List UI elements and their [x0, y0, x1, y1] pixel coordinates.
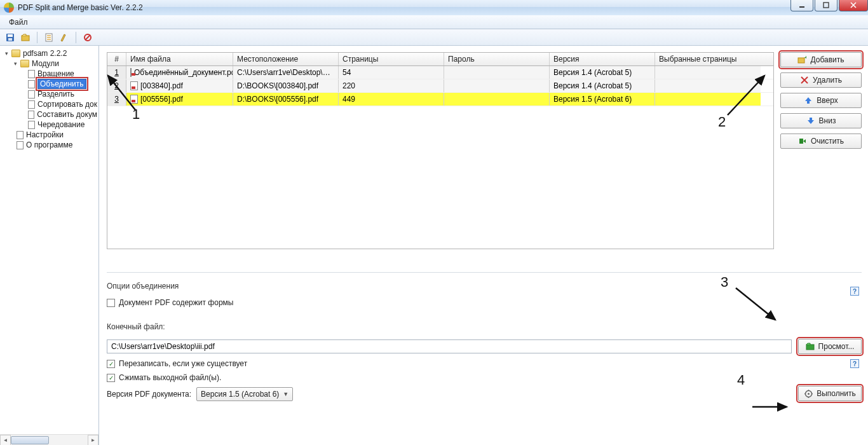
- tree-item-compose[interactable]: Составить докум: [1, 109, 97, 120]
- svg-rect-7: [22, 36, 29, 41]
- overwrite-label: Перезаписать, если уже существует: [119, 359, 247, 368]
- svg-line-13: [85, 35, 90, 40]
- col-num[interactable]: #: [107, 53, 126, 65]
- arrow-up-icon: [804, 96, 813, 105]
- sidebar-scrollbar[interactable]: ◄►: [0, 434, 98, 445]
- run-button[interactable]: Выполнить: [798, 386, 862, 401]
- clear-icon: [798, 137, 807, 146]
- down-button[interactable]: Вниз: [780, 113, 862, 128]
- module-tree[interactable]: ▾ pdfsam 2.2.2 ▾ Модули Вращение Объедин…: [0, 46, 98, 434]
- page-icon: [28, 80, 35, 88]
- col-password[interactable]: Пароль: [444, 53, 550, 65]
- load-icon[interactable]: [19, 31, 32, 44]
- up-button[interactable]: Вверх: [780, 93, 862, 108]
- exit-icon[interactable]: [81, 31, 94, 44]
- tree-item-rotate[interactable]: Вращение: [1, 69, 97, 79]
- overwrite-checkbox[interactable]: ✓: [107, 360, 115, 368]
- collapse-icon[interactable]: ▾: [11, 60, 19, 67]
- title-bar: PDF Split and Merge basic Ver. 2.2.2: [0, 0, 868, 15]
- tree-item-settings[interactable]: Настройки: [1, 130, 97, 140]
- tree-item-sort[interactable]: Сортировать док: [1, 99, 97, 109]
- arrow-down-icon: [806, 116, 815, 125]
- pdf-icon: [130, 68, 132, 77]
- tree-item-about[interactable]: О программе: [1, 140, 97, 150]
- tree-item-alternate[interactable]: Чередование: [1, 120, 97, 130]
- help-icon[interactable]: ?: [850, 287, 859, 296]
- clear-log-icon[interactable]: [58, 31, 71, 44]
- collapse-icon[interactable]: ▾: [3, 50, 10, 57]
- folder-icon: [11, 50, 20, 57]
- annotation-3: 3: [721, 274, 728, 291]
- compress-label: Сжимать выходной файл(ы).: [119, 373, 221, 382]
- toolbar-separator: [76, 32, 76, 43]
- svg-point-21: [808, 393, 810, 395]
- forms-checkbox[interactable]: [107, 299, 115, 307]
- tree-item-merge[interactable]: Объединить: [1, 79, 97, 89]
- svg-rect-1: [824, 3, 829, 8]
- svg-rect-6: [8, 38, 12, 41]
- folder-icon: [20, 60, 29, 67]
- add-icon: +: [797, 55, 806, 64]
- app-logo-icon: [4, 3, 14, 13]
- file-table[interactable]: # Имя файла Местоположение Страницы Паро…: [107, 52, 774, 249]
- close-button[interactable]: [839, 0, 868, 11]
- annotation-2: 2: [718, 114, 726, 130]
- help-icon[interactable]: ?: [850, 359, 859, 368]
- minimize-button[interactable]: [790, 0, 813, 11]
- page-icon: [28, 100, 35, 109]
- compress-checkbox[interactable]: ✓: [107, 374, 115, 382]
- svg-text:+: +: [804, 55, 806, 60]
- tree-item-split[interactable]: Разделить: [1, 89, 97, 99]
- table-row[interactable]: 2 [003840].pdf D:\BOOKS\[003840].pdf 220…: [107, 79, 773, 93]
- page-icon: [28, 70, 35, 78]
- remove-button[interactable]: Удалить: [780, 72, 862, 88]
- remove-icon: [800, 76, 809, 85]
- tree-root[interactable]: ▾ pdfsam 2.2.2: [1, 48, 97, 58]
- page-icon: [28, 90, 35, 99]
- chevron-down-icon: ▼: [283, 391, 288, 397]
- pdf-icon: [130, 95, 138, 104]
- table-row[interactable]: 3 [005556].pdf D:\BOOKS\[005556].pdf 449…: [107, 93, 773, 106]
- clear-button[interactable]: Очистить: [780, 134, 862, 149]
- pdf-version-select[interactable]: Версия 1.5 (Acrobat 6) ▼: [196, 387, 293, 401]
- folder-open-icon: [806, 342, 815, 351]
- options-title: Опции объединения: [107, 282, 862, 291]
- annotation-4: 4: [737, 372, 745, 388]
- log-icon[interactable]: [43, 31, 55, 44]
- svg-rect-18: [799, 139, 803, 144]
- browse-button[interactable]: Просмот...: [798, 339, 862, 354]
- col-location[interactable]: Местоположение: [233, 53, 339, 65]
- page-icon: [17, 141, 24, 149]
- col-filename[interactable]: Имя файла: [126, 53, 233, 65]
- sidebar: ▾ pdfsam 2.2.2 ▾ Модули Вращение Объедин…: [0, 46, 99, 445]
- page-icon: [17, 131, 24, 139]
- menu-file[interactable]: Файл: [5, 18, 32, 27]
- svg-rect-5: [8, 34, 13, 37]
- maximize-button[interactable]: [815, 0, 837, 11]
- add-button[interactable]: + Добавить: [780, 52, 862, 67]
- forms-checkbox-label: Документ PDF содержит формы: [119, 298, 233, 307]
- annotation-1: 1: [132, 106, 140, 123]
- gear-icon: [804, 389, 813, 398]
- page-icon: [28, 121, 35, 129]
- svg-rect-19: [806, 345, 814, 350]
- dest-label: Конечный файл:: [107, 322, 862, 331]
- col-version[interactable]: Версия: [550, 53, 655, 65]
- table-row[interactable]: 1 Объединённый_документ.pdf C:\Users\arr…: [107, 66, 773, 79]
- toolbar-separator: [37, 32, 37, 43]
- menu-bar: Файл: [0, 15, 868, 29]
- tree-modules[interactable]: ▾ Модули: [1, 58, 97, 69]
- dest-input[interactable]: [107, 339, 792, 353]
- window-title: PDF Split and Merge basic Ver. 2.2.2: [18, 3, 143, 12]
- pdf-icon: [130, 81, 138, 90]
- save-icon[interactable]: [4, 31, 17, 44]
- col-pages[interactable]: Страницы: [339, 53, 444, 65]
- toolbar: [0, 29, 868, 46]
- col-selected[interactable]: Выбранные страницы: [655, 53, 761, 65]
- page-icon: [28, 111, 34, 119]
- pdf-version-label: Версия PDF документа:: [107, 390, 191, 399]
- svg-rect-14: [798, 58, 804, 63]
